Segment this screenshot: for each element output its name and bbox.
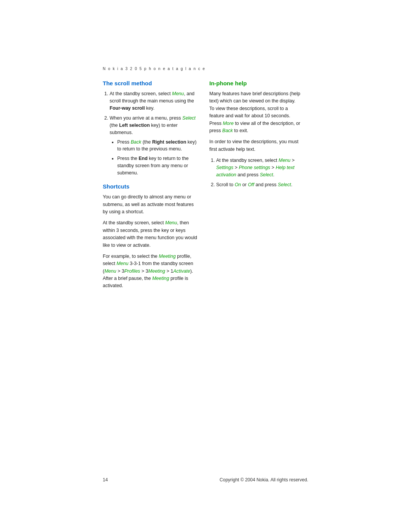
scroll-sub-bullets: Press Back (the Right selection key) to … [110, 139, 198, 177]
sub-bullet-1: Press Back (the Right selection key) to … [117, 139, 198, 153]
menu-link-help: Menu [279, 158, 290, 163]
menu-link-3: Menu [104, 268, 116, 274]
in-phone-help-section: In-phone help Many features have brief d… [209, 80, 301, 189]
back-link-1: Back [131, 139, 141, 145]
footer-page-num: 14 [103, 477, 108, 482]
shortcuts-para1: You can go directly to almost any menu o… [103, 193, 198, 216]
meeting-link-2: Meeting [148, 268, 165, 274]
scroll-step-2: When you arrive at a menu, press Select … [110, 115, 198, 176]
select-link-3: Select [278, 182, 291, 187]
profiles-link: Profiles [124, 268, 140, 274]
meeting-link-1: Meeting [159, 254, 175, 259]
page-footer: 14 Copyright © 2004 Nokia. All rights re… [103, 477, 308, 482]
content-area: The scroll method At the standby screen,… [103, 80, 308, 294]
more-link: More [223, 121, 233, 126]
settings-link: Settings [216, 165, 233, 170]
right-column: In-phone help Many features have brief d… [209, 80, 301, 294]
in-phone-help-para2: In order to view the descriptions, you m… [209, 138, 301, 153]
scroll-method-section: The scroll method At the standby screen,… [103, 80, 198, 176]
in-phone-help-steps: At the standby screen, select Menu > Set… [209, 157, 301, 189]
in-phone-help-intro: Many features have brief descriptions (h… [209, 90, 301, 134]
scroll-method-steps: At the standby screen, select Menu, and … [103, 90, 198, 176]
shortcuts-title: Shortcuts [103, 183, 198, 190]
back-link-2: Back [222, 128, 233, 133]
help-step-2: Scroll to On or Off and press Select. [216, 181, 301, 189]
right-selection-bold: Right selection [152, 139, 186, 145]
end-key-bold: End [139, 156, 148, 161]
page: N o k i a 3 2 0 5 p h o n e a t a g l a … [0, 0, 411, 532]
activate-link: Activate [173, 268, 190, 274]
scroll-method-title: The scroll method [103, 80, 198, 86]
help-step-1: At the standby screen, select Menu > Set… [216, 157, 301, 178]
shortcuts-para3: For example, to select the Meeting profi… [103, 253, 198, 290]
phone-settings-link: Phone settings [239, 165, 270, 170]
off-link: Off [248, 182, 254, 187]
four-way-scroll-bold: Four-way scroll [110, 105, 145, 111]
select-link-2: Select [260, 172, 273, 177]
shortcuts-section: Shortcuts You can go directly to almost … [103, 183, 198, 290]
sub-bullet-2: Press the End key to return to the stand… [117, 155, 198, 176]
scroll-step-1: At the standby screen, select Menu, and … [110, 90, 198, 112]
meeting-link-3: Meeting [152, 276, 169, 281]
menu-link-shortcuts: Menu [165, 220, 177, 225]
page-header: N o k i a 3 2 0 5 p h o n e a t a g l a … [103, 67, 206, 71]
menu-link-2: Menu [116, 261, 128, 266]
shortcuts-para2: At the standby screen, select Menu, then… [103, 219, 198, 249]
left-column: The scroll method At the standby screen,… [103, 80, 198, 294]
menu-link-1: Menu [172, 91, 184, 96]
left-selection-bold: Left selection [119, 123, 150, 128]
on-link: On [235, 182, 241, 187]
footer-copyright: Copyright © 2004 Nokia. All rights reser… [220, 477, 308, 482]
in-phone-help-title: In-phone help [209, 80, 301, 86]
select-link-1: Select [182, 115, 196, 121]
